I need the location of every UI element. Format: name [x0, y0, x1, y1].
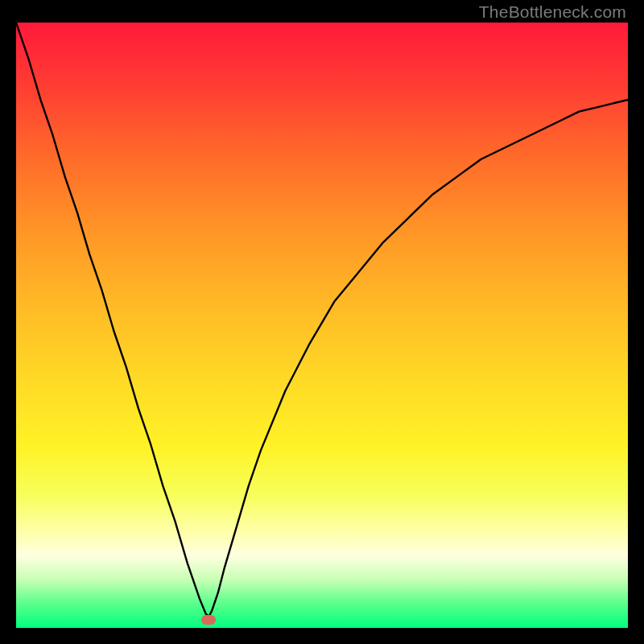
optimal-point-marker	[201, 615, 216, 625]
watermark-text: TheBottleneck.com	[479, 2, 626, 22]
plot-area	[16, 23, 628, 628]
chart-container: TheBottleneck.com	[0, 0, 644, 644]
bottleneck-curve	[16, 23, 628, 628]
